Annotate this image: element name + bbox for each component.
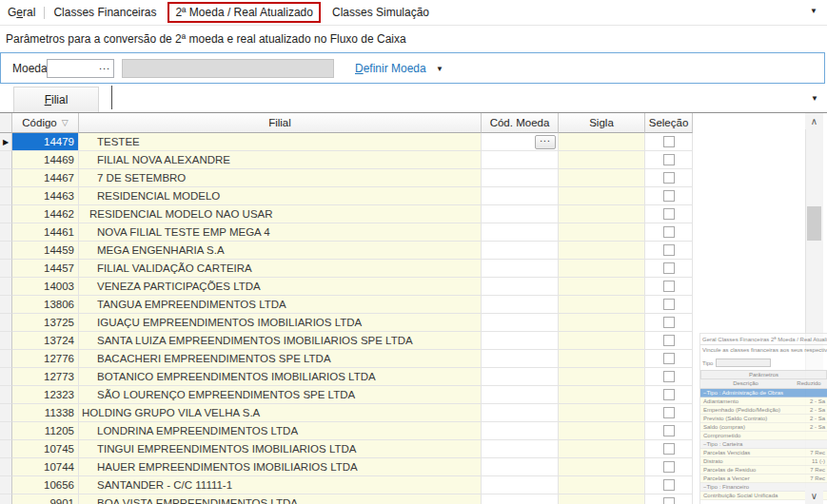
cell-sigla[interactable] — [559, 260, 645, 278]
selecao-checkbox[interactable] — [663, 335, 675, 346]
cell-filial[interactable]: RESIDENCIAL MODELO NAO USAR — [79, 205, 482, 223]
row-selector[interactable] — [0, 223, 12, 242]
selecao-checkbox[interactable] — [663, 479, 675, 491]
cell-sigla[interactable] — [559, 205, 645, 223]
cell-selecao[interactable] — [645, 440, 693, 458]
cell-sigla[interactable] — [559, 133, 645, 151]
table-row[interactable]: 13806 TANGUA EMPREENDIMENTOS LTDA — [0, 296, 827, 314]
cell-filial[interactable]: IGUAÇU EMPREENDIMENTOS IMOBILIARIOS LTDA — [79, 314, 482, 332]
selecao-checkbox[interactable] — [663, 262, 675, 274]
cell-filial[interactable]: HAUER EMPREENDIMENTOS IMOBILIARIOS LTDA — [79, 458, 482, 476]
row-selector[interactable] — [0, 440, 12, 458]
cell-filial[interactable]: SANTA LUIZA EMPREENDIMENTOS IMOBILIARIOS… — [79, 332, 482, 350]
scroll-down-icon[interactable]: ∨ — [805, 488, 823, 504]
cell-filial[interactable]: TESTEE — [79, 133, 482, 151]
cell-selecao[interactable] — [645, 223, 693, 242]
cell-selecao[interactable] — [645, 151, 693, 169]
row-selector[interactable] — [0, 404, 12, 422]
row-selector[interactable] — [0, 314, 12, 332]
cell-sigla[interactable] — [559, 350, 645, 368]
header-codigo[interactable]: Código▽ — [12, 113, 79, 133]
cell-sigla[interactable] — [559, 242, 645, 260]
table-row[interactable]: 13725 IGUAÇU EMPREENDIMENTOS IMOBILIARIO… — [0, 314, 827, 332]
cell-sigla[interactable] — [559, 223, 645, 242]
cell-cod-moeda[interactable] — [482, 187, 559, 205]
cell-filial[interactable]: BACACHERI EMPREENDIMENTOS SPE LTDA — [79, 350, 482, 368]
cell-cod-moeda[interactable] — [482, 494, 559, 504]
cell-sigla[interactable] — [559, 169, 645, 187]
cell-filial[interactable]: BOA VISTA EMPREENDIMENTOS LTDA — [79, 494, 482, 504]
table-row[interactable]: 14462 RESIDENCIAL MODELO NAO USAR — [0, 205, 827, 223]
cell-filial[interactable]: LONDRINA EMPREENDIMENTOS LTDA — [79, 422, 482, 440]
row-selector[interactable] — [0, 494, 12, 504]
cell-filial[interactable]: BOTANICO EMPREENDIMENTOS IMOBILIARIOS LT… — [79, 368, 482, 386]
row-selector[interactable] — [0, 169, 12, 187]
cell-sigla[interactable] — [559, 278, 645, 296]
cell-codigo[interactable]: 14461 — [12, 223, 79, 242]
cell-cod-moeda[interactable] — [482, 350, 559, 368]
selecao-checkbox[interactable] — [663, 353, 675, 364]
tab-filial[interactable]: Filial — [13, 87, 99, 112]
cell-cod-moeda[interactable] — [482, 278, 559, 296]
row-selector[interactable] — [0, 151, 12, 169]
scroll-up-icon[interactable]: ∧ — [805, 113, 823, 129]
cell-selecao[interactable] — [645, 350, 693, 368]
cell-codigo[interactable]: 13725 — [12, 314, 79, 332]
cell-selecao[interactable] — [645, 278, 693, 296]
selecao-checkbox[interactable] — [663, 371, 675, 382]
selecao-checkbox[interactable] — [663, 389, 675, 400]
tab-2a-moeda-real-atualizado[interactable]: 2ª Moeda / Real Atualizado — [167, 2, 321, 23]
cell-filial[interactable]: MEGA ENGENHARIA S.A — [79, 242, 482, 260]
selecao-checkbox[interactable] — [663, 172, 675, 184]
cell-sigla[interactable] — [559, 314, 645, 332]
cell-cod-moeda[interactable] — [482, 386, 559, 404]
header-selecao[interactable]: Seleção — [645, 113, 693, 133]
table-row[interactable]: 14463 RESIDENCIAL MODELO — [0, 187, 827, 205]
row-selector[interactable] — [0, 260, 12, 278]
row-selector[interactable] — [0, 368, 12, 386]
cell-codigo[interactable]: 12773 — [12, 368, 79, 386]
cell-selecao[interactable] — [645, 187, 693, 205]
cell-selecao[interactable] — [645, 296, 693, 314]
cell-cod-moeda[interactable] — [482, 242, 559, 260]
cell-codigo[interactable]: 10745 — [12, 440, 79, 458]
selecao-checkbox[interactable] — [663, 226, 675, 238]
cell-codigo[interactable]: 14003 — [12, 278, 79, 296]
selecao-checkbox[interactable] — [663, 461, 675, 473]
cell-filial[interactable]: HOLDING GRUPO VILA VELHA S.A — [79, 404, 482, 422]
cell-selecao[interactable] — [645, 260, 693, 278]
cell-selecao[interactable] — [645, 404, 693, 422]
cell-cod-moeda[interactable] — [482, 151, 559, 169]
selecao-checkbox[interactable] — [663, 425, 675, 436]
cell-codigo[interactable]: 12776 — [12, 350, 79, 368]
cell-sigla[interactable] — [559, 187, 645, 205]
cell-codigo[interactable]: 14459 — [12, 242, 79, 260]
selecao-checkbox[interactable] — [663, 407, 675, 418]
definir-moeda-link[interactable]: Definir Moeda — [355, 62, 426, 75]
cell-filial[interactable]: FILIAL NOVA ALEXANDRE — [79, 151, 482, 169]
cell-codigo[interactable]: 10744 — [12, 458, 79, 476]
cell-cod-moeda[interactable] — [482, 368, 559, 386]
row-selector[interactable] — [0, 350, 12, 368]
moeda-lookup-ellipsis-button[interactable]: ... — [96, 60, 113, 77]
cell-cod-moeda[interactable]: ... — [482, 133, 559, 151]
cell-filial[interactable]: TANGUA EMPREENDIMENTOS LTDA — [79, 296, 482, 314]
tab-classes-simulacao[interactable]: Classes Simulação — [324, 6, 438, 19]
cell-cod-moeda[interactable] — [482, 404, 559, 422]
cell-cod-moeda[interactable] — [482, 440, 559, 458]
cell-codigo[interactable]: 14457 — [12, 260, 79, 278]
cell-filial[interactable]: TINGUI EMPREENDIMENTOS IMOBILIARIOS LTDA — [79, 440, 482, 458]
cell-cod-moeda[interactable] — [482, 205, 559, 223]
cell-cod-moeda[interactable] — [482, 169, 559, 187]
cell-codigo[interactable]: 13806 — [12, 296, 79, 314]
cell-codigo[interactable]: 14462 — [12, 205, 79, 223]
cell-filial[interactable]: 7 DE SETEMBRO — [79, 169, 482, 187]
sort-filter-icon[interactable]: ▽ — [62, 118, 69, 127]
cell-cod-moeda[interactable] — [482, 458, 559, 476]
header-cod-moeda[interactable]: Cód. Moeda — [482, 113, 559, 133]
cell-cod-moeda[interactable] — [482, 422, 559, 440]
row-selector[interactable] — [0, 187, 12, 205]
cell-selecao[interactable] — [645, 422, 693, 440]
selecao-checkbox[interactable] — [663, 244, 675, 256]
header-filial[interactable]: Filial — [79, 113, 482, 133]
